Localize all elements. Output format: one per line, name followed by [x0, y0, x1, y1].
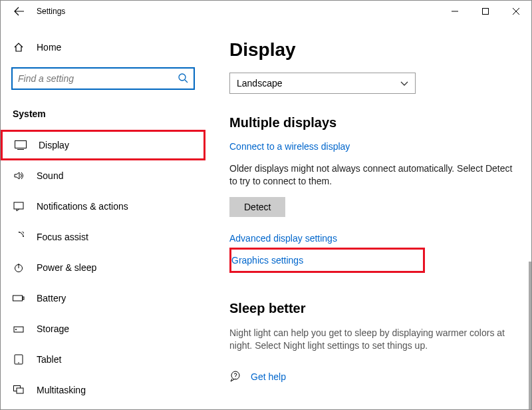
maximize-icon	[482, 8, 489, 15]
sidebar-item-sound[interactable]: Sound	[1, 160, 205, 191]
sidebar: Home System Display Sound Notificat	[1, 22, 205, 409]
chevron-down-icon	[400, 78, 408, 89]
page-title: Display	[229, 39, 518, 61]
minimize-icon	[452, 8, 458, 15]
home-link[interactable]: Home	[1, 34, 205, 61]
sidebar-item-label: Battery	[37, 293, 66, 304]
scrollbar[interactable]	[529, 262, 531, 409]
sidebar-item-multitasking[interactable]: Multitasking	[1, 375, 205, 405]
sidebar-item-label: Sound	[37, 170, 63, 181]
titlebar: Settings	[1, 1, 531, 22]
sleep-description: Night light can help you get to sleep by…	[229, 327, 518, 353]
sidebar-item-battery[interactable]: Battery	[1, 283, 205, 313]
sidebar-item-label: Power & sleep	[37, 262, 96, 273]
battery-icon	[13, 292, 25, 304]
graphics-settings-highlight: Graphics settings	[229, 248, 425, 273]
sidebar-item-power[interactable]: Power & sleep	[1, 252, 205, 283]
svg-point-10	[18, 362, 19, 363]
advanced-display-link[interactable]: Advanced display settings	[229, 233, 518, 244]
sidebar-item-tablet[interactable]: Tablet	[1, 344, 205, 375]
home-icon	[13, 41, 25, 53]
help-icon	[229, 370, 241, 384]
svg-rect-12	[17, 388, 23, 393]
minimize-button[interactable]	[440, 1, 470, 21]
sidebar-item-label: Multitasking	[37, 385, 86, 395]
multitasking-icon	[13, 384, 25, 396]
nav-list: Display Sound Notifications & actions Fo…	[1, 130, 205, 405]
close-icon	[513, 8, 519, 15]
display-icon	[15, 139, 27, 151]
detect-button[interactable]: Detect	[229, 197, 285, 217]
notifications-icon	[13, 200, 25, 212]
window-title: Settings	[37, 7, 65, 16]
get-help-link[interactable]: Get help	[251, 371, 286, 382]
svg-point-8	[15, 329, 17, 330]
orientation-dropdown[interactable]: Landscape	[229, 73, 416, 94]
sidebar-item-label: Focus assist	[37, 232, 88, 242]
close-button[interactable]	[501, 1, 531, 21]
svg-rect-2	[15, 141, 27, 148]
home-label: Home	[37, 42, 61, 53]
svg-rect-3	[14, 202, 23, 209]
sidebar-item-storage[interactable]: Storage	[1, 313, 205, 344]
svg-point-1	[179, 74, 186, 81]
svg-rect-5	[13, 296, 23, 301]
sidebar-item-label: Display	[39, 140, 69, 150]
search-icon	[178, 73, 188, 85]
sleep-better-heading: Sleep better	[229, 301, 518, 316]
category-label: System	[1, 101, 205, 126]
svg-rect-0	[483, 9, 489, 15]
sidebar-item-label: Notifications & actions	[37, 201, 128, 212]
maximize-button[interactable]	[470, 1, 501, 21]
graphics-settings-link[interactable]: Graphics settings	[231, 255, 303, 266]
sidebar-item-label: Tablet	[37, 354, 61, 365]
dropdown-value: Landscape	[237, 78, 283, 89]
sidebar-item-display[interactable]: Display	[1, 130, 205, 160]
sidebar-item-notifications[interactable]: Notifications & actions	[1, 191, 205, 222]
arrow-left-icon	[14, 6, 25, 17]
multiple-displays-heading: Multiple displays	[229, 115, 518, 130]
power-icon	[13, 262, 25, 274]
back-button[interactable]	[6, 1, 33, 21]
tablet-icon	[13, 353, 25, 365]
connect-wireless-link[interactable]: Connect to a wireless display	[229, 141, 518, 152]
svg-rect-6	[23, 297, 24, 300]
search-box[interactable]	[11, 67, 195, 90]
window-controls	[440, 1, 531, 21]
storage-icon	[13, 323, 25, 335]
search-input[interactable]	[18, 73, 178, 84]
sidebar-item-focus[interactable]: Focus assist	[1, 222, 205, 252]
focus-icon	[13, 231, 25, 243]
sound-icon	[13, 170, 25, 182]
main-content: Display Landscape Multiple displays Conn…	[205, 22, 531, 409]
detect-description: Older displays might not always connect …	[229, 162, 518, 188]
sidebar-item-label: Storage	[37, 323, 69, 334]
get-help-row[interactable]: Get help	[229, 370, 518, 384]
